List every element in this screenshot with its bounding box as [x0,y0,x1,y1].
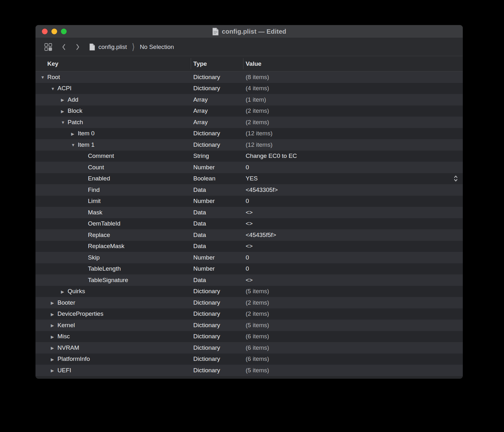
key-cell: Replace [36,232,191,239]
row-type-label: Data [191,243,243,250]
disclosure-triangle-collapsed-icon[interactable]: ▶ [51,323,57,327]
table-row[interactable]: TableSignatureData<> [36,274,463,286]
minimize-button[interactable] [51,29,57,34]
table-row[interactable]: ▶AddArray(1 item) [36,94,463,105]
row-type-label: Number [191,164,243,171]
key-cell: ▶Booter [36,299,191,306]
row-value-label: <> [243,243,463,250]
row-key-label: UEFI [57,367,71,374]
column-header-value: Value [243,60,463,67]
table-row[interactable]: ▼PatchArray(2 items) [36,117,463,128]
column-divider[interactable] [243,58,243,69]
table-row[interactable]: CountNumber0 [36,162,463,173]
key-cell: Find [36,186,191,193]
row-value-label: (2 items) [243,119,463,126]
disclosure-triangle-collapsed-icon[interactable]: ▶ [61,290,68,294]
table-row[interactable]: ▶NVRAMDictionary(6 items) [36,342,463,354]
key-cell: Skip [36,254,191,261]
row-value-label: <> [243,209,463,216]
disclosure-triangle-collapsed-icon[interactable]: ▶ [71,132,78,136]
row-value-label: (2 items) [243,107,463,114]
table-row[interactable]: ▶QuirksDictionary(5 items) [36,286,463,297]
disclosure-triangle-expanded-icon[interactable]: ▼ [41,75,47,79]
table-row[interactable]: ▶DevicePropertiesDictionary(2 items) [36,308,463,320]
table-row[interactable]: ▶KernelDictionary(5 items) [36,320,463,331]
window-title-group: config.plist — Edited [212,27,286,36]
breadcrumb-item-file[interactable]: config.plist [89,43,127,51]
table-row[interactable]: ▶BlockArray(2 items) [36,105,463,117]
row-key-label: ACPI [57,85,71,92]
key-cell: Limit [36,198,191,205]
table-row[interactable]: ▶UEFIDictionary(5 items) [36,365,463,376]
row-key-label: PlatformInfo [57,355,90,362]
breadcrumb-selection-label[interactable]: No Selection [140,44,174,51]
table-row[interactable]: SkipNumber0 [36,252,463,263]
row-key-label: TableSignature [88,277,128,284]
row-key-label: NVRAM [57,344,79,351]
row-key-label: Find [88,186,100,193]
row-type-label: Dictionary [191,367,243,374]
row-type-label: Dictionary [191,74,243,81]
disclosure-triangle-expanded-icon[interactable]: ▼ [51,87,57,91]
table-row[interactable]: ▶BooterDictionary(2 items) [36,297,463,308]
table-row[interactable]: ▼ACPIDictionary(4 items) [36,83,463,94]
row-type-label: Number [191,254,243,261]
row-value-label: Change EC0 to EC [243,152,463,159]
jump-bar: config.plist ⟩ No Selection [36,38,463,56]
row-key-label: DeviceProperties [57,310,103,317]
forward-button[interactable] [75,43,80,51]
row-type-label: Dictionary [191,141,243,148]
key-cell: ▶NVRAM [36,344,191,351]
disclosure-triangle-expanded-icon[interactable]: ▼ [61,120,68,125]
back-button[interactable] [61,43,66,51]
disclosure-triangle-collapsed-icon[interactable]: ▶ [51,357,57,361]
row-key-label: Booter [57,299,75,306]
disclosure-triangle-expanded-icon[interactable]: ▼ [71,143,78,147]
row-value-label: 0 [243,164,463,171]
row-key-label: Mask [88,209,102,216]
table-row[interactable]: ▶MiscDictionary(6 items) [36,331,463,342]
row-value-label: <45435f5f> [243,232,463,239]
table-row[interactable]: OemTableIdData<> [36,218,463,230]
disclosure-triangle-collapsed-icon[interactable]: ▶ [51,368,57,373]
row-type-label: Data [191,186,243,193]
table-row[interactable]: ReplaceData<45435f5f> [36,229,463,241]
row-type-label: Array [191,119,243,126]
key-cell: ▶Quirks [36,288,191,295]
row-value-label: (5 items) [243,288,463,295]
table-row[interactable]: CommentStringChange EC0 to EC [36,151,463,162]
row-key-label: Limit [88,198,101,205]
row-type-label: Data [191,209,243,216]
key-cell: ▶Block [36,107,191,114]
column-divider[interactable] [191,58,191,69]
table-row[interactable]: EnabledBooleanYES [36,173,463,185]
title-bar[interactable]: config.plist — Edited [36,25,463,38]
zoom-button[interactable] [61,29,67,34]
close-button[interactable] [42,29,48,34]
disclosure-triangle-collapsed-icon[interactable]: ▶ [51,301,57,305]
table-row[interactable]: ▼RootDictionary(8 items) [36,71,463,83]
key-cell: ▶UEFI [36,367,191,374]
disclosure-triangle-collapsed-icon[interactable]: ▶ [51,346,57,350]
related-items-grid-icon[interactable] [44,43,52,51]
row-key-label: Quirks [68,288,85,295]
table-row[interactable]: ReplaceMaskData<> [36,241,463,252]
key-cell: ▶Item 0 [36,130,191,137]
boolean-stepper[interactable] [453,175,458,182]
plist-editor-window: config.plist — Edited [35,25,463,379]
table-row[interactable]: MaskData<> [36,207,463,218]
key-cell: Mask [36,209,191,216]
table-row[interactable]: LimitNumber0 [36,196,463,207]
row-value-label: (12 items) [243,130,463,137]
disclosure-triangle-collapsed-icon[interactable]: ▶ [51,335,57,339]
disclosure-triangle-collapsed-icon[interactable]: ▶ [61,98,68,102]
table-row[interactable]: ▶PlatformInfoDictionary(6 items) [36,354,463,365]
table-row[interactable]: TableLengthNumber0 [36,263,463,275]
disclosure-triangle-collapsed-icon[interactable]: ▶ [51,312,57,316]
disclosure-triangle-collapsed-icon[interactable]: ▶ [61,109,68,113]
table-row[interactable]: ▼Item 1Dictionary(12 items) [36,139,463,151]
row-key-label: Comment [88,152,114,159]
key-cell: ▼ACPI [36,85,191,92]
table-row[interactable]: FindData<4543305f> [36,184,463,196]
table-row[interactable]: ▶Item 0Dictionary(12 items) [36,128,463,139]
